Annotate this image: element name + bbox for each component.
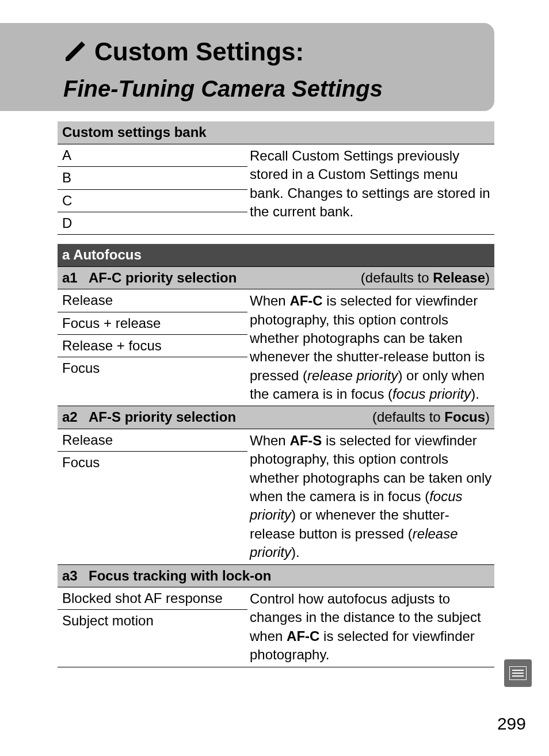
a1-opt-release-focus: Release + focus	[58, 335, 247, 357]
bank-options: A B C D	[58, 144, 247, 235]
a1-default: (defaults to Release)	[361, 269, 490, 287]
a1-row: Release Focus + release Release + focus …	[58, 289, 494, 406]
bank-row: A B C D Recall Custom Settings previousl…	[58, 144, 494, 235]
group-a-heading: a Autofocus	[58, 244, 494, 266]
a2-default: (defaults to Focus)	[372, 408, 490, 426]
a3-opt-blocked: Blocked shot AF response	[58, 587, 247, 610]
bank-option-d: D	[58, 212, 247, 234]
a1-opt-release: Release	[58, 289, 247, 312]
a2-opt-release: Release	[58, 429, 247, 452]
a3-opt-subject: Subject motion	[58, 610, 247, 632]
a1-options: Release Focus + release Release + focus …	[58, 289, 247, 406]
bank-description: Recall Custom Settings previously stored…	[247, 144, 494, 235]
page-title: Custom Settings:	[94, 35, 304, 68]
a2-heading: a2 AF-S priority selection (defaults to …	[58, 406, 494, 429]
content-area: Custom settings bank A B C D Recall Cust…	[58, 121, 494, 667]
a3-heading: a3 Focus tracking with lock-on	[58, 565, 494, 587]
page-header: Custom Settings: Fine-Tuning Camera Sett…	[0, 23, 494, 111]
bank-option-a: A	[58, 144, 247, 167]
a1-heading: a1 AF-C priority selection (defaults to …	[58, 267, 494, 289]
a3-row: Blocked shot AF response Subject motion …	[58, 587, 494, 667]
a2-description: When AF-S is selected for viewfinder pho…	[247, 429, 494, 564]
bank-option-b: B	[58, 167, 247, 189]
pencil-icon	[63, 40, 86, 63]
bank-heading: Custom settings bank	[58, 121, 494, 144]
a3-options: Blocked shot AF response Subject motion	[58, 587, 247, 667]
page-subtitle: Fine-Tuning Camera Settings	[63, 73, 494, 104]
a1-opt-focus-release: Focus + release	[58, 312, 247, 335]
a1-opt-focus: Focus	[58, 357, 247, 379]
a2-opt-focus: Focus	[58, 452, 247, 474]
page-number: 299	[497, 712, 526, 736]
a1-description: When AF-C is selected for viewfinder pho…	[247, 289, 494, 406]
a2-options: Release Focus	[58, 429, 247, 564]
a2-row: Release Focus When AF-S is selected for …	[58, 429, 494, 565]
menu-list-icon	[504, 659, 532, 687]
a3-description: Control how autofocus adjusts to changes…	[247, 587, 494, 667]
bank-option-c: C	[58, 190, 247, 212]
